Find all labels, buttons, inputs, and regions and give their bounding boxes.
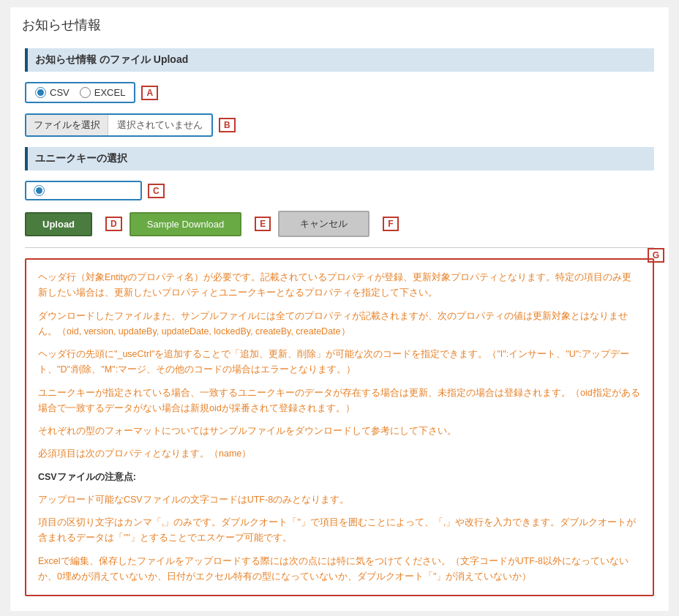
badge-f: F bbox=[383, 217, 398, 231]
info-line8: アップロード可能なCSVファイルの文字コードはUTF-8のみとなります。 bbox=[38, 492, 641, 508]
info-line1: ヘッダ行（対象Entityのプロパティ名）が必要です。記載されているプロパティが… bbox=[38, 270, 641, 301]
info-line6: 必須項目は次のプロパティとなります。（name） bbox=[38, 446, 641, 462]
page-wrapper: お知らせ情報 お知らせ情報 のファイル Upload CSV EXCEL A bbox=[10, 7, 669, 611]
page-title-bar: お知らせ情報 bbox=[10, 7, 669, 40]
badge-d: D bbox=[105, 217, 122, 231]
file-chooser-button[interactable]: ファイルを選択 bbox=[26, 115, 108, 135]
info-box-container: ヘッダ行（対象Entityのプロパティ名）が必要です。記載されているプロパティが… bbox=[25, 258, 654, 596]
info-line9: 項目の区切り文字はカンマ「,」のみです。ダブルクオート「"」で項目を囲むことによ… bbox=[38, 515, 641, 546]
oid-row: oid C bbox=[25, 181, 654, 200]
oid-radio[interactable] bbox=[34, 185, 45, 196]
info-line3: ヘッダ行の先頭に"_useCtrl"を追加することで「追加、更新、削除」が可能な… bbox=[38, 347, 641, 378]
section2-header: ユニークキーの選択 bbox=[25, 147, 654, 170]
file-input-wrapper: ファイルを選択 選択されていません bbox=[25, 113, 213, 137]
page-title: お知らせ情報 bbox=[22, 18, 101, 32]
content-area: お知らせ情報 のファイル Upload CSV EXCEL A ファイルを選択 … bbox=[10, 40, 669, 611]
badge-c: C bbox=[148, 184, 165, 198]
info-line7: CSVファイルの注意点: bbox=[38, 470, 641, 485]
badge-g: G bbox=[648, 248, 664, 263]
radio-excel[interactable] bbox=[80, 87, 91, 98]
info-line10: Excelで編集、保存したファイルをアップロードする際には次の点には特に気をつけ… bbox=[38, 554, 641, 585]
info-line4: ユニークキーが指定されている場合、一致するユニークキーのデータが存在する場合は更… bbox=[38, 386, 641, 417]
oid-input-wrapper: oid bbox=[25, 181, 142, 200]
badge-e: E bbox=[255, 217, 271, 231]
upload-button[interactable]: Upload bbox=[25, 212, 92, 236]
radio-csv[interactable] bbox=[35, 87, 46, 98]
radio-excel-label[interactable]: EXCEL bbox=[80, 87, 126, 98]
csv-excel-row: CSV EXCEL A bbox=[25, 82, 654, 103]
info-box: ヘッダ行（対象Entityのプロパティ名）が必要です。記載されているプロパティが… bbox=[25, 258, 654, 596]
oid-input[interactable]: oid bbox=[50, 185, 131, 196]
cancel-button[interactable]: キャンセル bbox=[278, 211, 369, 237]
file-no-select-text: 選択されていません bbox=[108, 115, 211, 135]
divider bbox=[25, 247, 654, 248]
radio-csv-label[interactable]: CSV bbox=[35, 87, 70, 98]
sample-download-button[interactable]: Sample Download bbox=[130, 212, 242, 236]
file-chooser-row: ファイルを選択 選択されていません B bbox=[25, 113, 654, 137]
badge-a: A bbox=[141, 86, 158, 100]
badge-b: B bbox=[219, 118, 236, 132]
info-line2: ダウンロードしたファイルまた、サンプルファイルには全てのプロパティが記載されます… bbox=[38, 309, 641, 340]
file-type-radio-group: CSV EXCEL bbox=[25, 82, 135, 103]
info-line5: それぞれの型のフォーマットについてはサンプルファイルをダウンロードして参考にして… bbox=[38, 424, 641, 439]
section1-header: お知らせ情報 のファイル Upload bbox=[25, 48, 654, 72]
buttons-row: Upload D Sample Download E キャンセル F bbox=[25, 211, 654, 237]
